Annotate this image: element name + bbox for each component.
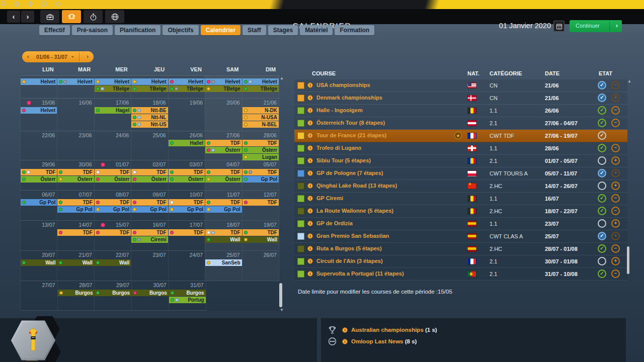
status-check-blue-icon[interactable]: ✓ [598, 232, 606, 240]
calendar-cell-17-07[interactable]: 17/07TDF [168, 221, 205, 250]
course-row-sterreich-tour-8-tapes[interactable]: iÖsterreich Tour (8 étapes)2.127/06 - 04… [294, 117, 627, 130]
race-bar-ciremi[interactable]: Ciremi [131, 236, 168, 243]
action-plus-icon[interactable]: + [611, 156, 620, 165]
calendar-cell-1-3[interactable]: HelvetTBelge [94, 76, 131, 98]
calendar-cell-11-07[interactable]: 11/07TDFGp Pol [205, 191, 242, 220]
calendar-cell-22-07[interactable]: 22/07Wall [94, 251, 131, 281]
race-bar-sterr[interactable]: Österr [131, 176, 168, 183]
course-row-sibiu-tour-5-tapes[interactable]: iSibiu Tour (5 étapes)2.101/07 - 05/07+ [294, 155, 627, 167]
race-bar-wall[interactable]: Wall [243, 236, 279, 243]
race-bar-tdf[interactable]: TDF [205, 140, 242, 146]
race-bar-sterr[interactable]: Österr [95, 176, 131, 183]
race-bar-gp-pol[interactable]: Gp Pol [205, 206, 242, 213]
status-check-blue-icon[interactable]: ✓ [598, 81, 606, 89]
race-bar-tbelge[interactable]: TBelge [243, 85, 279, 92]
calendar-cell-12-07[interactable]: 12/07TDF [242, 191, 279, 220]
continue-button[interactable]: Continuer › [570, 20, 622, 32]
header-date[interactable]: DATE [545, 70, 559, 76]
calendar-cell-31-07[interactable]: 31/07BurgosPortug [169, 281, 206, 311]
calendar-cell-08-07[interactable]: 08/07TDFGp Pol [94, 191, 131, 220]
calendar-cell-19-06[interactable]: 19/06 [168, 99, 205, 131]
race-bar-helvet[interactable]: Helvet [131, 78, 168, 85]
calendar-scroll-up-icon[interactable]: ▲ [280, 76, 284, 80]
race-bar-tdf[interactable]: TDF [169, 169, 205, 175]
course-row-trofeo-di-lugano[interactable]: iTrofeo di Lugano1.128/06✓− [294, 142, 627, 155]
race-bar-tdf[interactable]: TDF [205, 169, 242, 175]
header-etat[interactable]: ETAT [599, 70, 612, 76]
race-bar-wall[interactable]: Wall [205, 236, 242, 243]
race-bar-gp-pol[interactable]: Gp Pol [95, 206, 131, 213]
race-bar-wall[interactable]: Wall [95, 259, 131, 266]
tab-formation[interactable]: Formation [335, 25, 374, 35]
calendar-cell-20-07[interactable]: 20/07Wall [20, 251, 57, 281]
action-minus-icon[interactable]: − [611, 244, 620, 253]
race-bar-ntt-us[interactable]: Ntt-US [131, 121, 168, 128]
table-scroll-up-icon[interactable]: ▲ [627, 79, 631, 83]
race-bar-tdf[interactable]: TDF [95, 199, 131, 206]
calendar-scrollbar-thumb[interactable] [279, 283, 282, 307]
calendar-cell-1-7[interactable]: HelvetTBelge [242, 76, 279, 98]
race-bar-helvet[interactable]: Helvet [21, 78, 57, 85]
race-bar-sterr[interactable]: Österr [205, 176, 242, 183]
tab-effectif[interactable]: Effectif [39, 25, 70, 35]
info-icon[interactable]: i [307, 95, 313, 101]
calendar-cell-30-07[interactable]: 30/07Burgos [131, 281, 169, 311]
header-nat[interactable]: NAT. [467, 70, 479, 76]
race-bar-sterr[interactable]: Österr [205, 147, 242, 153]
race-bar-tdf[interactable]: TDF [57, 229, 94, 236]
status-check-blue-icon[interactable]: ✓ [598, 94, 606, 102]
race-bar-tdf[interactable]: TDF [95, 169, 131, 175]
race-bar-sterr[interactable]: Österr [21, 176, 57, 183]
planning-icon-button[interactable] [84, 10, 103, 23]
tab-mat-riel[interactable]: Matériel [300, 25, 333, 35]
race-bar-tdf[interactable]: TDF [57, 199, 94, 206]
calendar-picker-button[interactable] [553, 21, 565, 32]
race-bar-burgos[interactable]: Burgos [169, 290, 206, 296]
race-bar-tdf[interactable]: TDF [57, 169, 94, 175]
race-bar-portug[interactable]: Portug [169, 297, 206, 303]
race-bar-tdf[interactable]: TDF [21, 169, 57, 175]
course-row-qinghai-lake-road-13-tapes[interactable]: iQinghai Lake Road (13 étapes)2.HC14/07 … [294, 180, 627, 193]
status-check-green-icon[interactable]: ✓ [598, 119, 606, 127]
action-minus-icon[interactable]: − [611, 207, 620, 215]
race-bar-hagel[interactable]: Hagel [95, 107, 131, 114]
tab-pr-saison[interactable]: Pré-saison [72, 25, 113, 35]
nav-back-button[interactable]: ‹ [7, 11, 20, 23]
calendar-cell-29-06[interactable]: 29/06TDFÖsterr [20, 160, 57, 190]
calendar-cell-29-07[interactable]: 29/07Burgos [94, 281, 131, 311]
team-icon-button[interactable] [62, 10, 81, 23]
status-empty-icon[interactable] [598, 156, 606, 165]
info-icon[interactable]: i [307, 233, 313, 239]
action-minus-icon[interactable]: − [611, 119, 620, 127]
table-scrollbar-thumb[interactable] [627, 246, 629, 274]
info-icon[interactable]: i [307, 196, 313, 201]
race-bar-helvet[interactable]: Helvet [205, 78, 242, 85]
action-plus-dim-icon[interactable]: + [611, 232, 620, 240]
calendar-cell-28-06[interactable]: 28/06TDFÖsterrLugan [242, 131, 279, 160]
bell-icon[interactable] [0, 1, 7, 7]
race-bar-tdf[interactable]: TDF [243, 229, 279, 236]
calendar-cell-1-6[interactable]: HelvetTBelge [205, 76, 242, 98]
action-minus-icon[interactable]: − [611, 194, 620, 203]
info-icon[interactable]: i [307, 258, 313, 264]
race-bar-burgos[interactable]: Burgos [132, 290, 169, 296]
tab-planification[interactable]: Planification [115, 25, 160, 35]
tab-staff[interactable]: Staff [243, 25, 266, 35]
calendar-cell-03-07[interactable]: 03/07TDFÖsterr [168, 160, 205, 190]
info-icon[interactable]: i [307, 108, 313, 113]
action-plus-dim-icon[interactable]: + [611, 94, 620, 102]
course-row-gp-de-pologne-7-tapes[interactable]: iGP de Pologne (7 étapes)CWT TOURS A05/0… [294, 167, 627, 180]
course-row-gp-ciremi[interactable]: iGP Ciremi1.116/07✓− [294, 193, 627, 205]
calendar-cell-04-07[interactable]: 04/07TDFÖsterr [205, 160, 242, 190]
race-bar-tdf[interactable]: TDF [205, 229, 242, 236]
info-icon[interactable]: i [307, 145, 313, 151]
race-bar-burgos[interactable]: Burgos [95, 290, 131, 296]
action-plus-dim-icon[interactable]: + [611, 169, 620, 177]
race-bar-tdf[interactable]: TDF [243, 199, 279, 206]
gear-icon[interactable] [27, 1, 34, 7]
news-item-australian-championships[interactable]: iAustralian championships (1 s) [328, 325, 610, 335]
race-bar-tbelge[interactable]: TBelge [205, 85, 242, 92]
calendar-cell-17-06[interactable]: 17/06Hagel [94, 99, 131, 131]
calendar-cell-24-07[interactable]: 24/07 [168, 251, 205, 281]
race-bar-n-usa[interactable]: N-USA [243, 114, 279, 121]
